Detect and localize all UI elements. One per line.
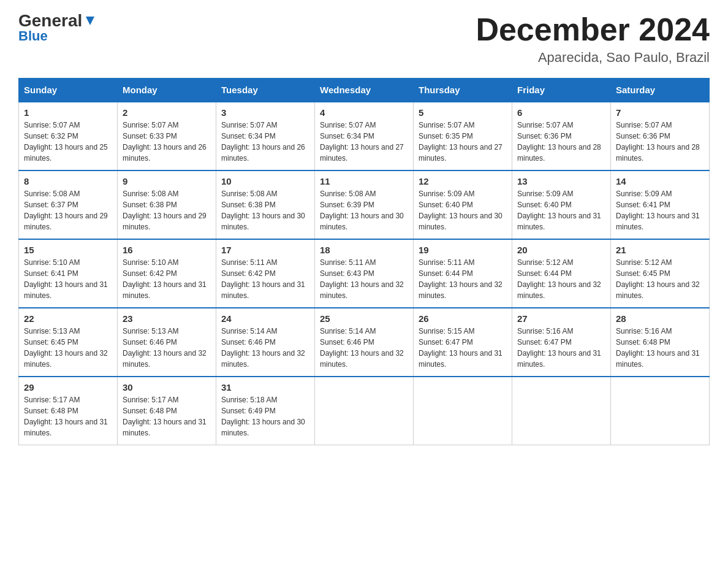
- day-cell-24: 24 Sunrise: 5:14 AM Sunset: 6:46 PM Dayl…: [216, 308, 315, 377]
- day-info: Sunrise: 5:07 AM Sunset: 6:36 PM Dayligh…: [517, 120, 605, 164]
- sunrise-label: Sunrise: 5:07 AM: [24, 121, 80, 129]
- day-cell-27: 27 Sunrise: 5:16 AM Sunset: 6:47 PM Dayl…: [512, 308, 611, 377]
- sunset-label: Sunset: 6:36 PM: [517, 132, 572, 140]
- daylight-label: Daylight: 13 hours and 32 minutes.: [123, 349, 207, 369]
- day-info: Sunrise: 5:09 AM Sunset: 6:41 PM Dayligh…: [616, 188, 704, 232]
- day-number: 8: [24, 176, 112, 186]
- day-number: 3: [221, 107, 309, 118]
- column-header-monday: Monday: [118, 79, 216, 102]
- header: General Blue December 2024 Aparecida, Sa…: [18, 12, 710, 66]
- sunrise-label: Sunrise: 5:07 AM: [221, 121, 277, 129]
- day-number: 9: [123, 176, 211, 186]
- day-cell-15: 15 Sunrise: 5:10 AM Sunset: 6:41 PM Dayl…: [19, 239, 118, 308]
- day-number: 16: [123, 245, 211, 255]
- sunrise-label: Sunrise: 5:08 AM: [123, 190, 178, 198]
- sunset-label: Sunset: 6:38 PM: [123, 201, 177, 209]
- sunset-label: Sunset: 6:40 PM: [419, 201, 473, 209]
- sunset-label: Sunset: 6:46 PM: [320, 338, 374, 347]
- sunset-label: Sunset: 6:48 PM: [616, 338, 670, 347]
- day-cell-4: 4 Sunrise: 5:07 AM Sunset: 6:34 PM Dayli…: [315, 102, 414, 170]
- sunset-label: Sunset: 6:42 PM: [123, 269, 177, 278]
- day-number: 18: [320, 245, 408, 255]
- sunrise-label: Sunrise: 5:09 AM: [616, 190, 672, 198]
- day-info: Sunrise: 5:15 AM Sunset: 6:47 PM Dayligh…: [419, 326, 507, 370]
- empty-cell: [512, 377, 611, 445]
- day-number: 4: [320, 107, 408, 118]
- daylight-label: Daylight: 13 hours and 31 minutes.: [221, 280, 305, 300]
- day-number: 5: [419, 107, 507, 118]
- day-info: Sunrise: 5:08 AM Sunset: 6:38 PM Dayligh…: [123, 188, 211, 232]
- day-info: Sunrise: 5:18 AM Sunset: 6:49 PM Dayligh…: [221, 394, 309, 439]
- sunrise-label: Sunrise: 5:18 AM: [221, 396, 277, 404]
- day-number: 15: [24, 245, 112, 255]
- daylight-label: Daylight: 13 hours and 31 minutes.: [123, 280, 207, 300]
- daylight-label: Daylight: 13 hours and 31 minutes.: [517, 349, 601, 369]
- sunrise-label: Sunrise: 5:17 AM: [24, 396, 80, 404]
- sunset-label: Sunset: 6:36 PM: [616, 132, 670, 140]
- sunrise-label: Sunrise: 5:11 AM: [419, 258, 474, 267]
- day-info: Sunrise: 5:09 AM Sunset: 6:40 PM Dayligh…: [419, 188, 507, 232]
- sunrise-label: Sunrise: 5:10 AM: [24, 258, 80, 267]
- day-info: Sunrise: 5:14 AM Sunset: 6:46 PM Dayligh…: [320, 326, 408, 370]
- daylight-label: Daylight: 13 hours and 30 minutes.: [221, 212, 305, 231]
- day-number: 28: [616, 313, 704, 324]
- day-number: 7: [616, 107, 704, 118]
- logo: General Blue: [18, 12, 97, 44]
- week-row-5: 29 Sunrise: 5:17 AM Sunset: 6:48 PM Dayl…: [19, 377, 710, 445]
- sunset-label: Sunset: 6:48 PM: [24, 407, 78, 415]
- daylight-label: Daylight: 13 hours and 31 minutes.: [24, 418, 108, 437]
- sunrise-label: Sunrise: 5:07 AM: [616, 121, 672, 129]
- day-number: 10: [221, 176, 309, 186]
- day-number: 25: [320, 313, 408, 324]
- day-info: Sunrise: 5:17 AM Sunset: 6:48 PM Dayligh…: [123, 394, 211, 439]
- sunrise-label: Sunrise: 5:07 AM: [419, 121, 474, 129]
- day-info: Sunrise: 5:07 AM Sunset: 6:36 PM Dayligh…: [616, 120, 704, 164]
- title-area: December 2024 Aparecida, Sao Paulo, Braz…: [476, 12, 710, 66]
- sunset-label: Sunset: 6:34 PM: [320, 132, 374, 140]
- calendar-table: SundayMondayTuesdayWednesdayThursdayFrid…: [18, 78, 710, 445]
- day-info: Sunrise: 5:08 AM Sunset: 6:38 PM Dayligh…: [221, 188, 309, 232]
- column-header-saturday: Saturday: [611, 79, 710, 102]
- day-cell-16: 16 Sunrise: 5:10 AM Sunset: 6:42 PM Dayl…: [118, 239, 216, 308]
- daylight-label: Daylight: 13 hours and 30 minutes.: [419, 212, 502, 231]
- week-row-3: 15 Sunrise: 5:10 AM Sunset: 6:41 PM Dayl…: [19, 239, 710, 308]
- sunrise-label: Sunrise: 5:16 AM: [517, 327, 573, 335]
- day-cell-23: 23 Sunrise: 5:13 AM Sunset: 6:46 PM Dayl…: [118, 308, 216, 377]
- sunset-label: Sunset: 6:46 PM: [123, 338, 177, 347]
- day-cell-14: 14 Sunrise: 5:09 AM Sunset: 6:41 PM Dayl…: [611, 170, 710, 239]
- sunset-label: Sunset: 6:43 PM: [320, 269, 374, 278]
- day-number: 17: [221, 245, 309, 255]
- sunset-label: Sunset: 6:44 PM: [419, 269, 473, 278]
- sunrise-label: Sunrise: 5:08 AM: [320, 190, 376, 198]
- day-number: 2: [123, 107, 211, 118]
- sunrise-label: Sunrise: 5:07 AM: [123, 121, 178, 129]
- empty-cell: [611, 377, 710, 445]
- sunset-label: Sunset: 6:37 PM: [24, 201, 78, 209]
- sunset-label: Sunset: 6:49 PM: [221, 407, 276, 415]
- daylight-label: Daylight: 13 hours and 32 minutes.: [419, 280, 502, 300]
- sunset-label: Sunset: 6:38 PM: [221, 201, 276, 209]
- day-info: Sunrise: 5:13 AM Sunset: 6:46 PM Dayligh…: [123, 326, 211, 370]
- day-cell-9: 9 Sunrise: 5:08 AM Sunset: 6:38 PM Dayli…: [118, 170, 216, 239]
- column-header-wednesday: Wednesday: [315, 79, 414, 102]
- empty-cell: [414, 377, 512, 445]
- day-number: 30: [123, 382, 211, 393]
- daylight-label: Daylight: 13 hours and 31 minutes.: [24, 280, 108, 300]
- day-number: 19: [419, 245, 507, 255]
- svg-marker-0: [86, 17, 94, 25]
- sunset-label: Sunset: 6:41 PM: [24, 269, 78, 278]
- day-cell-6: 6 Sunrise: 5:07 AM Sunset: 6:36 PM Dayli…: [512, 102, 611, 170]
- sunrise-label: Sunrise: 5:13 AM: [24, 327, 80, 335]
- day-info: Sunrise: 5:14 AM Sunset: 6:46 PM Dayligh…: [221, 326, 309, 370]
- sunset-label: Sunset: 6:47 PM: [517, 338, 572, 347]
- sunrise-label: Sunrise: 5:16 AM: [616, 327, 672, 335]
- daylight-label: Daylight: 13 hours and 30 minutes.: [221, 418, 305, 437]
- daylight-label: Daylight: 13 hours and 32 minutes.: [24, 349, 108, 369]
- day-cell-31: 31 Sunrise: 5:18 AM Sunset: 6:49 PM Dayl…: [216, 377, 315, 445]
- daylight-label: Daylight: 13 hours and 32 minutes.: [320, 280, 404, 300]
- day-cell-5: 5 Sunrise: 5:07 AM Sunset: 6:35 PM Dayli…: [414, 102, 512, 170]
- sunrise-label: Sunrise: 5:11 AM: [320, 258, 376, 267]
- day-info: Sunrise: 5:11 AM Sunset: 6:42 PM Dayligh…: [221, 257, 309, 301]
- day-info: Sunrise: 5:08 AM Sunset: 6:39 PM Dayligh…: [320, 188, 408, 232]
- sunset-label: Sunset: 6:34 PM: [221, 132, 276, 140]
